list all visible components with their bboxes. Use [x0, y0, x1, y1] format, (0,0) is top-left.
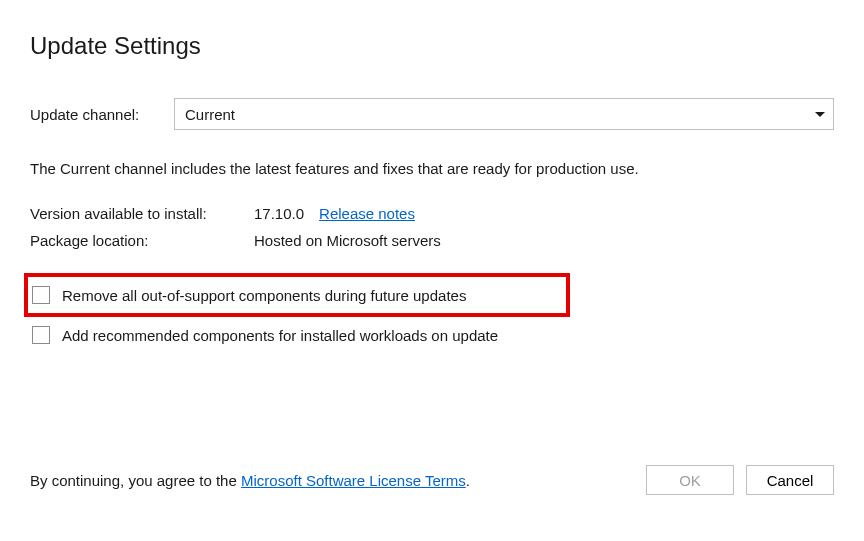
add-recommended-checkbox[interactable] — [32, 326, 50, 344]
version-row: Version available to install: 17.10.0 Re… — [30, 205, 834, 222]
cancel-button[interactable]: Cancel — [746, 465, 834, 495]
release-notes-link[interactable]: Release notes — [319, 205, 415, 222]
version-value: 17.10.0 — [254, 205, 304, 222]
channel-description: The Current channel includes the latest … — [30, 160, 834, 177]
remove-out-of-support-checkbox[interactable] — [32, 286, 50, 304]
update-channel-dropdown[interactable]: Current — [174, 98, 834, 130]
update-channel-selected: Current — [185, 106, 235, 123]
package-location-value: Hosted on Microsoft servers — [254, 232, 441, 249]
add-recommended-row: Add recommended components for installed… — [30, 317, 834, 353]
license-text: By continuing, you agree to the Microsof… — [30, 472, 470, 489]
ok-button[interactable]: OK — [646, 465, 734, 495]
license-terms-link[interactable]: Microsoft Software License Terms — [241, 472, 466, 489]
remove-out-of-support-row: Remove all out-of-support components dur… — [24, 273, 570, 317]
button-group: OK Cancel — [646, 465, 834, 495]
chevron-down-icon — [815, 112, 825, 117]
update-channel-row: Update channel: Current — [30, 98, 834, 130]
package-location-row: Package location: Hosted on Microsoft se… — [30, 232, 834, 249]
version-label: Version available to install: — [30, 205, 254, 222]
update-channel-label: Update channel: — [30, 106, 174, 123]
dialog-footer: By continuing, you agree to the Microsof… — [30, 465, 834, 495]
add-recommended-label: Add recommended components for installed… — [62, 327, 498, 344]
package-location-label: Package location: — [30, 232, 254, 249]
remove-out-of-support-label: Remove all out-of-support components dur… — [62, 287, 466, 304]
page-title: Update Settings — [30, 32, 834, 60]
